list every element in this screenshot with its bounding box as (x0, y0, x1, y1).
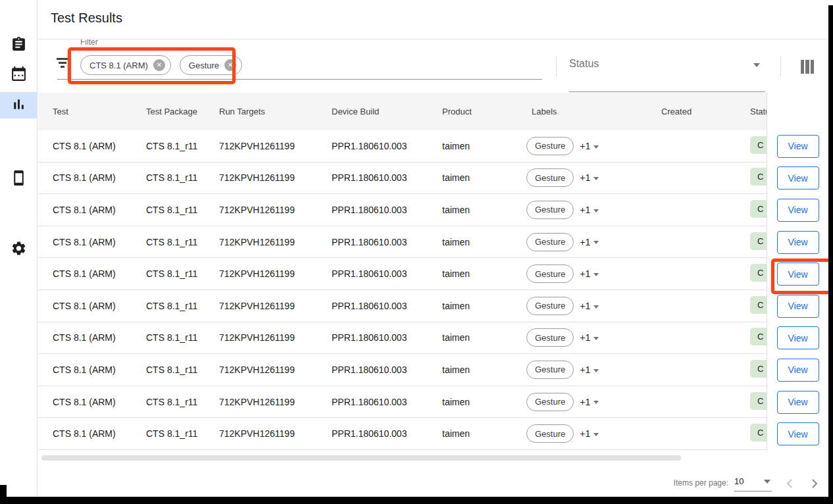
filter-chip[interactable]: CTS 8.1 (ARM) ✕ (80, 55, 171, 75)
table-row[interactable]: CTS 8.1 (ARM) CTS 8.1_r11 712KPVH1261199… (38, 258, 767, 290)
cell-product: taimen (442, 172, 525, 183)
view-button-cell: View (767, 226, 828, 259)
cell-device-build: PPR1.180610.003 (332, 365, 442, 375)
view-button-cell: View (767, 194, 828, 226)
cell-test: CTS 8.1 (ARM) (38, 428, 146, 439)
view-button[interactable]: View (777, 199, 819, 222)
sidebar-item-tests[interactable] (0, 32, 38, 59)
horizontal-scrollbar[interactable] (41, 455, 681, 461)
column-header-test-package[interactable]: Test Package (146, 107, 219, 116)
labels-more[interactable]: +1 (580, 141, 599, 151)
cell-status: C (730, 360, 767, 380)
labels-more[interactable]: +1 (580, 332, 599, 343)
bar-chart-icon (11, 96, 27, 115)
view-button[interactable]: View (777, 166, 819, 189)
status-dropdown[interactable]: Status (569, 55, 765, 80)
cell-device-build: PPR1.180610.003 (332, 428, 442, 439)
view-button[interactable]: View (777, 231, 819, 254)
view-button[interactable]: View (777, 422, 819, 445)
cell-labels: Gesture +1 (525, 328, 622, 347)
table-row[interactable]: CTS 8.1 (ARM) CTS 8.1_r11 712KPVH1261199… (38, 418, 767, 450)
table-row[interactable]: CTS 8.1 (ARM) CTS 8.1_r11 712KPVH1261199… (38, 386, 767, 418)
page-size-select[interactable]: 10 (734, 475, 772, 487)
previous-page-button[interactable] (782, 476, 797, 491)
chevron-left-icon (782, 484, 797, 493)
toolbar-divider (780, 57, 781, 76)
view-button[interactable]: View (777, 326, 819, 349)
labels-more[interactable]: +1 (580, 365, 599, 375)
cell-test-package: CTS 8.1_r11 (146, 332, 219, 343)
view-button-cell: View (767, 386, 828, 418)
column-header-device-build[interactable]: Device Build (332, 107, 442, 116)
sidebar-item-settings[interactable] (0, 236, 38, 263)
column-header-product[interactable]: Product (442, 107, 525, 116)
next-page-button[interactable] (807, 476, 822, 491)
filter-input-underline[interactable] (57, 79, 542, 80)
labels-more[interactable]: +1 (580, 428, 599, 439)
label-chip[interactable]: Gesture (526, 297, 574, 315)
column-header-test[interactable]: Test (38, 107, 146, 116)
table-header-row: Test Test Package Run Targets Device Bui… (38, 93, 767, 130)
status-badge: C (750, 392, 767, 410)
status-badge: C (750, 136, 767, 154)
chevron-down-icon (593, 209, 599, 213)
sidebar-item-test-results[interactable] (0, 92, 38, 118)
table-row[interactable]: CTS 8.1 (ARM) CTS 8.1_r11 712KPVH1261199… (38, 163, 767, 195)
column-header-labels[interactable]: Labels (525, 107, 622, 116)
labels-more[interactable]: +1 (580, 237, 599, 247)
cancel-icon[interactable]: ✕ (153, 59, 165, 71)
table-row[interactable]: CTS 8.1 (ARM) CTS 8.1_r11 712KPVH1261199… (38, 130, 767, 163)
status-badge: C (750, 360, 767, 378)
filter-chip-label: Gesture (189, 61, 219, 70)
table-row[interactable]: CTS 8.1 (ARM) CTS 8.1_r11 712KPVH1261199… (38, 226, 767, 259)
cell-run-targets: 712KPVH1261199 (219, 268, 332, 279)
letterbox-notch (0, 485, 7, 504)
cell-product: taimen (442, 428, 525, 439)
cell-test: CTS 8.1 (ARM) (38, 268, 146, 279)
view-button[interactable]: View (777, 135, 819, 158)
cell-run-targets: 712KPVH1261199 (219, 205, 332, 215)
table-row[interactable]: CTS 8.1 (ARM) CTS 8.1_r11 712KPVH1261199… (38, 290, 767, 322)
label-chip[interactable]: Gesture (526, 137, 574, 155)
label-chip[interactable]: Gesture (526, 393, 574, 411)
status-underline (569, 91, 765, 92)
cell-run-targets: 712KPVH1261199 (219, 365, 332, 375)
table-row[interactable]: CTS 8.1 (ARM) CTS 8.1_r11 712KPVH1261199… (38, 194, 767, 226)
label-chip[interactable]: Gesture (526, 233, 574, 251)
filter-chip[interactable]: Gesture ✕ (180, 55, 242, 75)
labels-more[interactable]: +1 (580, 172, 599, 183)
view-columns-icon[interactable] (801, 60, 814, 74)
cell-labels: Gesture +1 (525, 393, 622, 411)
label-chip[interactable]: Gesture (526, 424, 574, 443)
cancel-icon[interactable]: ✕ (224, 59, 236, 71)
label-chip[interactable]: Gesture (526, 201, 574, 219)
labels-more[interactable]: +1 (580, 268, 599, 279)
table-row[interactable]: CTS 8.1 (ARM) CTS 8.1_r11 712KPVH1261199… (38, 322, 767, 355)
label-chip[interactable]: Gesture (526, 328, 574, 347)
cell-labels: Gesture +1 (525, 168, 622, 187)
page-size-value: 10 (734, 476, 744, 486)
filter-chip-row: CTS 8.1 (ARM) ✕ Gesture ✕ (80, 55, 242, 75)
table-row[interactable]: CTS 8.1 (ARM) CTS 8.1_r11 712KPVH1261199… (38, 354, 767, 386)
sidebar-item-devices[interactable] (0, 166, 38, 192)
view-button[interactable]: View (777, 359, 819, 382)
cell-test-package: CTS 8.1_r11 (146, 397, 219, 407)
view-button[interactable]: View (777, 391, 819, 414)
chevron-down-icon (593, 337, 599, 340)
results-table: Test Test Package Run Targets Device Bui… (38, 93, 767, 451)
labels-more[interactable]: +1 (580, 205, 599, 215)
view-button[interactable]: View (777, 263, 819, 286)
column-header-status[interactable]: Status (730, 107, 767, 116)
column-header-created[interactable]: Created (622, 107, 730, 116)
sidebar-item-test-plans[interactable] (0, 62, 38, 88)
column-header-run-targets[interactable]: Run Targets (219, 107, 332, 116)
label-chip[interactable]: Gesture (526, 168, 574, 187)
view-button-cell: View (767, 322, 828, 355)
label-chip[interactable]: Gesture (526, 265, 574, 283)
labels-more[interactable]: +1 (580, 397, 599, 407)
labels-more[interactable]: +1 (580, 301, 599, 311)
filter-chip-label: CTS 8.1 (ARM) (89, 61, 148, 70)
label-chip[interactable]: Gesture (526, 361, 574, 379)
view-button[interactable]: View (777, 295, 819, 318)
cell-labels: Gesture +1 (525, 201, 622, 219)
